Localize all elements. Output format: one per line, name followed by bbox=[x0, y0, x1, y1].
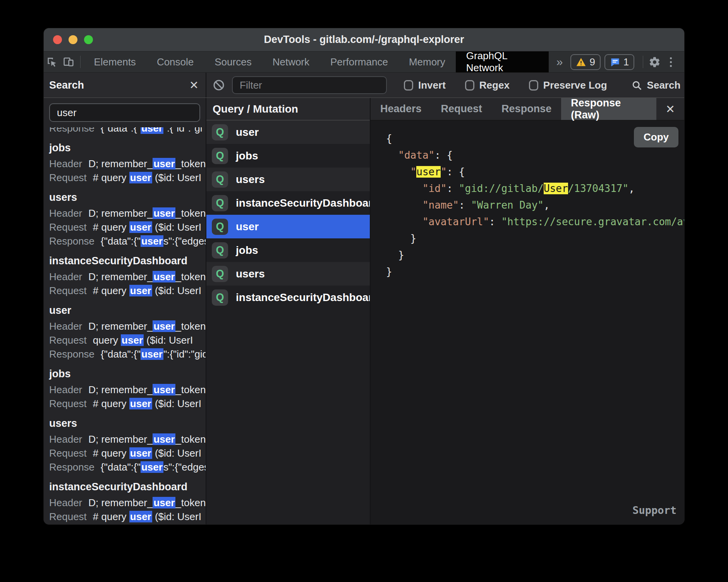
search-result-line[interactable]: Response{"data":{"users":{"edges bbox=[49, 234, 206, 248]
filter-input[interactable] bbox=[232, 76, 387, 94]
inspect-cursor-icon bbox=[46, 56, 58, 68]
search-results-panel: Response{"data":{"user":{"id":"gijobsHea… bbox=[44, 98, 206, 524]
search-result-label: Response bbox=[49, 348, 94, 360]
checkbox-preserve-log[interactable]: Preserve Log bbox=[529, 79, 607, 91]
search-result-line[interactable]: HeaderD; remember_user_token=e bbox=[49, 496, 206, 510]
search-result-group-title[interactable]: jobs bbox=[49, 141, 206, 154]
search-result-line[interactable]: HeaderD; remember_user_token=e bbox=[49, 319, 206, 333]
tab-performance[interactable]: Performance bbox=[320, 51, 398, 72]
json-string: "gid://gitlab/User/13704317" bbox=[459, 183, 628, 194]
close-detail-icon[interactable]: ✕ bbox=[656, 98, 684, 120]
query-list-item[interactable]: QinstanceSecurityDashboard bbox=[206, 286, 370, 309]
search-result-text: {"data":{"users":{"edges bbox=[101, 235, 206, 247]
search-result-line[interactable]: Request# query user ($id: UserI bbox=[49, 171, 206, 185]
detail-tabs: HeadersRequestResponseResponse (Raw) ✕ bbox=[371, 98, 684, 120]
detail-tab-response[interactable]: Response bbox=[492, 98, 561, 120]
query-panel-title: Query / Mutation bbox=[206, 98, 370, 120]
match-highlight: user bbox=[153, 271, 175, 282]
search-result-line[interactable]: Request# query user ($id: UserI bbox=[49, 397, 206, 411]
warnings-badge[interactable]: 9 bbox=[570, 54, 600, 70]
search-result-line[interactable]: HeaderD; remember_user_token=e bbox=[49, 157, 206, 171]
search-result-line[interactable]: Request# query user ($id: UserI bbox=[49, 220, 206, 234]
search-result-group-title[interactable]: user bbox=[49, 304, 206, 317]
detail-tab-headers[interactable]: Headers bbox=[371, 98, 431, 120]
search-result-text: # query user ($id: UserI bbox=[93, 511, 201, 522]
query-type-icon: Q bbox=[212, 171, 228, 188]
search-result-group-title[interactable]: instanceSecurityDashboard bbox=[49, 254, 206, 267]
query-list-item[interactable]: Qjobs bbox=[206, 238, 370, 262]
search-result-label: Request bbox=[49, 511, 87, 522]
query-type-icon: Q bbox=[212, 266, 228, 282]
search-result-line[interactable]: Request# query user ($id: UserI bbox=[49, 446, 206, 460]
search-result-label: Request bbox=[49, 172, 87, 183]
device-toolbar-icon bbox=[62, 56, 75, 68]
search-button-label: Search bbox=[647, 79, 681, 91]
search-result-line[interactable]: Response{"data":{"users":{"edges bbox=[49, 460, 206, 474]
close-search-icon[interactable]: ✕ bbox=[189, 80, 199, 91]
detail-tab-request[interactable]: Request bbox=[431, 98, 492, 120]
response-raw-view: Copy {"data": {"user": {"id": "gid://git… bbox=[371, 120, 684, 524]
search-result-line[interactable]: Request# query user ($id: UserI bbox=[49, 284, 206, 298]
search-result-label: Header bbox=[49, 158, 82, 169]
query-list-item[interactable]: Quser bbox=[206, 120, 370, 144]
search-panel-header: Search ✕ bbox=[44, 73, 206, 98]
checkbox-box-invert[interactable] bbox=[404, 80, 413, 91]
search-result-line[interactable]: HeaderD; remember_user_token=e bbox=[49, 270, 206, 284]
search-result-line[interactable]: Requestquery user ($id: UserI bbox=[49, 333, 206, 347]
tab-elements[interactable]: Elements bbox=[83, 51, 146, 72]
tab-sources[interactable]: Sources bbox=[204, 51, 262, 72]
tab-network[interactable]: Network bbox=[262, 51, 320, 72]
match-highlight: user bbox=[129, 285, 152, 296]
copy-button[interactable]: Copy bbox=[634, 127, 678, 147]
search-result-group-title[interactable]: users bbox=[49, 417, 206, 430]
json-punctuation: { bbox=[386, 133, 392, 144]
tab-graphql-network[interactable]: GraphQL Network bbox=[456, 51, 549, 72]
more-tabs-chevron[interactable]: » bbox=[549, 51, 571, 72]
tab-memory[interactable]: Memory bbox=[398, 51, 456, 72]
tab-console[interactable]: Console bbox=[146, 51, 204, 72]
match-highlight: user bbox=[153, 207, 175, 219]
match-highlight: user bbox=[141, 127, 163, 134]
search-result-text: # query user ($id: UserI bbox=[93, 172, 201, 183]
match-highlight: user bbox=[153, 320, 175, 332]
checkbox-regex[interactable]: Regex bbox=[465, 79, 510, 91]
query-list-item[interactable]: Qusers bbox=[206, 168, 370, 191]
checkbox-box-regex[interactable] bbox=[465, 80, 474, 91]
checkbox-box-preserve-log[interactable] bbox=[529, 80, 538, 91]
block-clear-icon[interactable] bbox=[213, 79, 225, 91]
query-list-item[interactable]: Qusers bbox=[206, 262, 370, 286]
query-label: jobs bbox=[236, 244, 258, 257]
json-punctuation: : bbox=[489, 216, 501, 228]
more-options-button[interactable] bbox=[663, 51, 679, 72]
search-result-group-title[interactable]: instanceSecurityDashboard bbox=[49, 480, 206, 493]
json-line: } bbox=[386, 247, 684, 264]
search-result-line[interactable]: HeaderD; remember_user_token=e bbox=[49, 432, 206, 446]
match-highlight: user bbox=[141, 461, 163, 473]
search-result-line[interactable]: Request# query user ($id: UserI bbox=[49, 510, 206, 524]
detail-tab-response-raw[interactable]: Response (Raw) bbox=[561, 98, 656, 120]
search-result-group-title[interactable]: users bbox=[49, 191, 206, 204]
json-line: "data": { bbox=[386, 147, 684, 164]
match-highlight: user bbox=[121, 334, 144, 346]
query-list-item[interactable]: Quser bbox=[206, 215, 370, 238]
network-search-button[interactable]: Search bbox=[631, 79, 681, 91]
search-result-line[interactable]: Response{"data":{"user":{"id":"gi bbox=[49, 127, 206, 135]
query-list-item[interactable]: Qjobs bbox=[206, 144, 370, 168]
search-result-line[interactable]: HeaderD; remember_user_token=e bbox=[49, 383, 206, 397]
device-toolbar-button[interactable] bbox=[60, 51, 77, 72]
inspect-element-button[interactable] bbox=[44, 51, 60, 72]
json-punctuation: : { bbox=[434, 149, 453, 161]
search-result-line[interactable]: HeaderD; remember_user_token=e bbox=[49, 206, 206, 220]
support-link[interactable]: Support bbox=[632, 502, 676, 519]
messages-badge[interactable]: 1 bbox=[604, 54, 634, 70]
search-input[interactable] bbox=[49, 103, 200, 122]
match-highlight: user bbox=[129, 398, 152, 409]
query-list-item[interactable]: QinstanceSecurityDashboard bbox=[206, 191, 370, 215]
search-result-text: {"data":{"user":{"id":"gid bbox=[101, 348, 206, 360]
search-result-group-title[interactable]: jobs bbox=[49, 367, 206, 380]
json-string: "https://secure.gravatar.com/avatar bbox=[501, 216, 684, 228]
settings-button[interactable] bbox=[646, 51, 663, 72]
checkbox-invert[interactable]: Invert bbox=[404, 79, 446, 91]
search-result-label: Request bbox=[49, 221, 87, 233]
search-result-line[interactable]: Response{"data":{"user":{"id":"gid bbox=[49, 347, 206, 361]
